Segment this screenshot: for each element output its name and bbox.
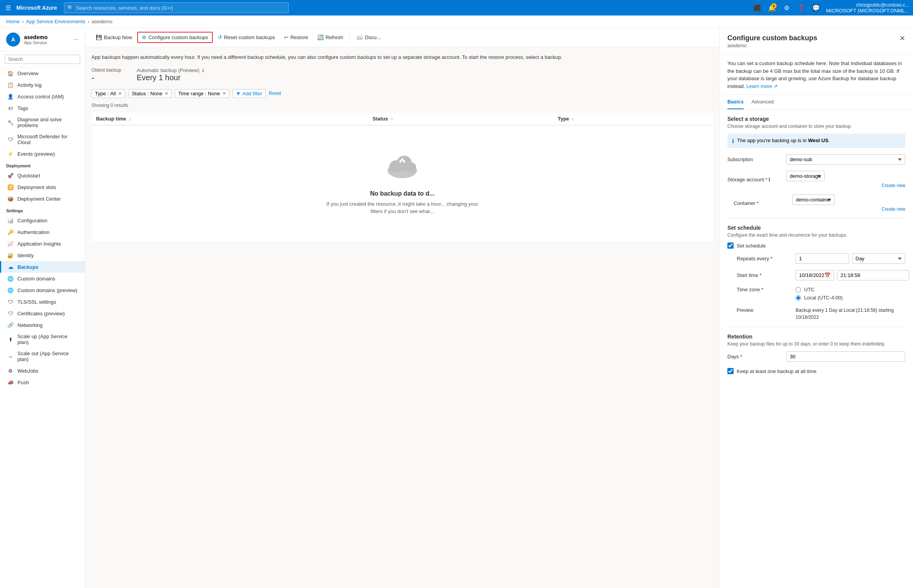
sidebar-item-label: Deployment slots — [17, 184, 56, 190]
notification-badge: 1 — [771, 3, 777, 9]
utc-radio[interactable] — [796, 287, 801, 292]
panel-close-button[interactable]: ✕ — [899, 34, 905, 43]
sidebar-item-backups[interactable]: ☁ Backups — [0, 261, 85, 273]
docs-button[interactable]: 📖 Docu... — [352, 32, 385, 43]
subscription-row: Subscription demo-sub — [727, 154, 905, 165]
keep-one-backup-label[interactable]: Keep at least one backup at all time — [737, 368, 817, 374]
sidebar-item-networking[interactable]: 🔗 Networking — [0, 319, 85, 331]
sidebar-item-scale-out[interactable]: ↔ Scale out (App Service plan) — [0, 348, 85, 365]
backup-now-button[interactable]: 💾 Backup Now — [91, 32, 136, 43]
configure-custom-backups-button[interactable]: ⚙ Configure custom backups — [137, 32, 213, 43]
sidebar-item-identity[interactable]: 🔐 Identity — [0, 249, 85, 261]
main-content: 💾 Backup Now ⚙ Configure custom backups … — [85, 28, 719, 588]
utc-label[interactable]: UTC — [804, 287, 815, 292]
set-schedule-checkbox[interactable] — [727, 242, 734, 249]
sidebar-item-label: Quickstart — [17, 173, 40, 179]
restore-button[interactable]: ↩ Restore — [280, 32, 312, 43]
global-search-bar[interactable]: 🔍 — [64, 2, 289, 13]
breadcrumb-ase[interactable]: App Service Environments — [26, 19, 85, 24]
filter-time-range[interactable]: Time range : None ✕ — [175, 89, 229, 98]
sidebar-item-activity-log[interactable]: 📋 Activity log — [0, 79, 85, 91]
sidebar-search-input[interactable] — [5, 55, 80, 64]
table-header-backup-time[interactable]: Backup time ↓ — [91, 113, 368, 125]
sort-type-icon: ↑ — [572, 117, 574, 121]
add-filter-button[interactable]: ▼ Add filter — [233, 89, 266, 98]
empty-state-title: No backup data to d... — [370, 190, 434, 197]
sidebar-item-label: Application Insights — [17, 241, 61, 247]
sidebar-item-configuration[interactable]: 📊 Configuration — [0, 215, 85, 226]
set-schedule-checkbox-label[interactable]: Set schedule — [737, 243, 766, 249]
sidebar-item-custom-domains-preview[interactable]: 🌐 Custom domains (preview) — [0, 284, 85, 296]
feedback-button[interactable]: 💬 — [810, 2, 822, 14]
sidebar-item-custom-domains[interactable]: 🌐 Custom domains — [0, 273, 85, 284]
filter-type[interactable]: Type : All ✕ — [91, 89, 125, 98]
filter-type-clear[interactable]: ✕ — [118, 91, 122, 96]
notifications-button[interactable]: 🔔 1 — [766, 2, 778, 14]
sidebar-item-certificates[interactable]: 🛡 Certificates (preview) — [0, 308, 85, 319]
sidebar-item-label: WebJobs — [17, 368, 38, 374]
set-schedule-desc: Configure the exact time and recurrence … — [727, 232, 905, 238]
sidebar-item-label: Diagnose and solve problems — [17, 117, 79, 128]
container-select[interactable]: demo-container — [792, 194, 835, 205]
local-label[interactable]: Local (UTC-4:00) — [804, 295, 843, 301]
more-options-button[interactable]: ··· — [74, 36, 79, 43]
sidebar-item-label: Configuration — [17, 218, 47, 224]
create-container-link[interactable]: Create new — [792, 206, 905, 212]
filter-status[interactable]: Status : None ✕ — [128, 89, 172, 98]
reset-filters-link[interactable]: Reset — [269, 91, 281, 96]
sidebar-item-tls-ssl[interactable]: 🛡 TLS/SSL settings — [0, 296, 85, 308]
sidebar-item-tags[interactable]: 🏷 Tags — [0, 102, 85, 114]
resource-info: asedemo App Service — [24, 34, 48, 45]
repeats-number-input[interactable] — [796, 253, 849, 264]
sidebar-item-events[interactable]: ⚡ Events (preview) — [0, 148, 85, 160]
webjobs-icon: ⚙ — [7, 368, 14, 374]
reset-label: Reset custom backups — [224, 34, 275, 40]
tab-advanced[interactable]: Advanced — [751, 95, 774, 109]
filter-time-clear[interactable]: ✕ — [222, 91, 226, 96]
cloud-shell-button[interactable]: ⬛ — [751, 2, 763, 14]
keep-one-backup-row: Keep at least one backup at all time — [727, 368, 905, 374]
sidebar-item-scale-up[interactable]: ⬆ Scale up (App Service plan) — [0, 331, 85, 348]
days-label: Days * — [727, 354, 782, 359]
refresh-button[interactable]: 🔄 Refresh — [313, 32, 348, 43]
table-header-type[interactable]: Type ↑ — [553, 113, 713, 125]
repeats-unit-select[interactable]: Day Hour Week Month — [852, 253, 906, 264]
sidebar-item-iam[interactable]: 👤 Access control (IAM) — [0, 91, 85, 102]
filter-status-label: Status : — [132, 91, 149, 96]
reset-custom-backups-button[interactable]: ↺ Reset custom backups — [214, 32, 279, 43]
keep-one-backup-checkbox[interactable] — [727, 368, 734, 374]
start-time-input[interactable] — [837, 270, 909, 280]
global-search-input[interactable] — [76, 5, 285, 11]
sidebar-item-diagnose[interactable]: 🔧 Diagnose and solve problems — [0, 114, 85, 131]
user-account[interactable]: chrisqpublic@contoso.c... MICROSOFT (MIC… — [826, 2, 909, 14]
start-date-input[interactable]: 10/18/2022 📅 — [796, 270, 834, 280]
hamburger-menu[interactable]: ☰ — [4, 3, 12, 13]
sidebar-item-defender[interactable]: 🛡 Microsoft Defender for Cloud — [0, 131, 85, 148]
learn-more-link[interactable]: Learn more ↗ — [746, 83, 778, 89]
sidebar-item-deployment-center[interactable]: 📦 Deployment Center — [0, 193, 85, 205]
table-header-status[interactable]: Status ↑ — [368, 113, 553, 125]
breadcrumb-current: asedemo — [92, 19, 112, 24]
restore-icon: ↩ — [284, 34, 288, 40]
info-icon: ℹ — [732, 138, 734, 144]
sidebar-item-push[interactable]: 📣 Push — [0, 377, 85, 388]
search-icon: 🔍 — [67, 5, 74, 11]
filter-status-clear[interactable]: ✕ — [165, 91, 168, 96]
help-button[interactable]: ❓ — [795, 2, 808, 14]
sidebar-item-authentication[interactable]: 🔑 Authentication — [0, 226, 85, 238]
sidebar-item-deployment-slots[interactable]: 🔀 Deployment slots — [0, 181, 85, 193]
settings-button[interactable]: ⚙ — [780, 2, 793, 14]
sidebar-item-quickstart[interactable]: 🚀 Quickstart — [0, 170, 85, 181]
sidebar-item-webjobs[interactable]: ⚙ WebJobs — [0, 365, 85, 377]
sidebar-item-app-insights[interactable]: 📈 Application Insights — [0, 238, 85, 249]
local-radio[interactable] — [796, 295, 801, 301]
storage-account-select[interactable]: demo-storage — [786, 171, 825, 181]
subscription-select[interactable]: demo-sub — [786, 154, 905, 165]
create-storage-link[interactable]: Create new — [786, 183, 905, 188]
breadcrumb-home[interactable]: Home — [6, 19, 20, 24]
days-input[interactable] — [786, 351, 905, 362]
tab-basics[interactable]: Basics — [727, 95, 744, 109]
sidebar-item-overview[interactable]: 🏠 Overview — [0, 67, 85, 79]
settings-section-label: Settings — [0, 205, 85, 215]
sidebar-item-label: Deployment Center — [17, 196, 61, 202]
